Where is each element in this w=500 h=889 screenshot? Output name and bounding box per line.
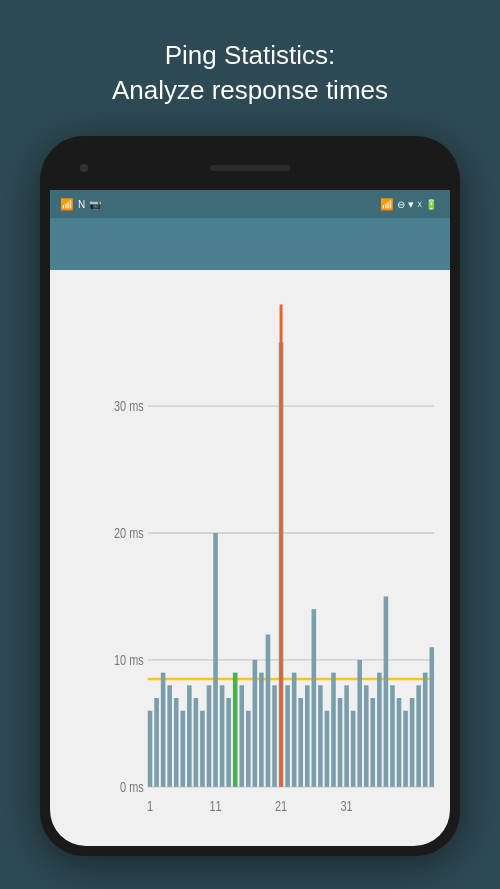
svg-rect-24 xyxy=(246,711,251,787)
svg-text:31: 31 xyxy=(341,797,353,814)
svg-rect-49 xyxy=(410,698,415,787)
svg-rect-47 xyxy=(397,698,402,787)
wifi-icon: 📶 xyxy=(60,198,74,211)
svg-rect-12 xyxy=(167,686,172,788)
svg-rect-9 xyxy=(148,711,153,787)
svg-rect-26 xyxy=(259,673,264,787)
app-bar xyxy=(50,218,450,270)
svg-text:21: 21 xyxy=(275,797,287,814)
svg-rect-21 xyxy=(226,698,231,787)
svg-rect-15 xyxy=(187,686,192,788)
svg-text:11: 11 xyxy=(209,797,221,814)
svg-rect-45 xyxy=(384,597,389,787)
svg-rect-31 xyxy=(292,673,297,787)
svg-rect-27 xyxy=(266,635,271,787)
svg-rect-17 xyxy=(200,711,205,787)
status-icons-right: 📶 ⊖ ▾ ☓ 🔋 xyxy=(380,198,440,211)
svg-rect-40 xyxy=(351,711,356,787)
svg-rect-51 xyxy=(423,673,428,787)
vpn-icon: N xyxy=(78,199,85,210)
svg-text:1: 1 xyxy=(147,797,153,814)
svg-rect-52 xyxy=(429,647,434,787)
bluetooth-icon: 📶 xyxy=(380,198,394,211)
signal-x-icon: ☓ xyxy=(417,199,422,210)
svg-rect-20 xyxy=(220,686,225,788)
svg-text:0 ms: 0 ms xyxy=(120,779,144,796)
camera-dot xyxy=(80,164,88,172)
svg-text:30 ms: 30 ms xyxy=(114,398,144,415)
svg-rect-11 xyxy=(161,673,166,787)
svg-rect-32 xyxy=(298,698,303,787)
phone-device: 📶 N 📷 📶 ⊖ ▾ ☓ 🔋 30 ms20 ms10 ms0 ms xyxy=(40,136,460,856)
svg-rect-43 xyxy=(371,698,376,787)
svg-rect-18 xyxy=(207,686,212,788)
speaker-bar xyxy=(210,165,290,171)
svg-rect-46 xyxy=(390,686,395,788)
ping-chart: 30 ms20 ms10 ms0 ms1112131 xyxy=(104,286,442,816)
svg-rect-35 xyxy=(318,686,323,788)
status-icons-left: 📶 N 📷 xyxy=(60,198,380,211)
svg-rect-30 xyxy=(285,686,290,788)
svg-rect-44 xyxy=(377,673,382,787)
battery-icon: 🔋 xyxy=(425,199,437,210)
svg-rect-33 xyxy=(305,686,310,788)
svg-rect-10 xyxy=(154,698,159,787)
svg-rect-38 xyxy=(338,698,343,787)
svg-rect-41 xyxy=(357,660,362,787)
phone-top-bar xyxy=(50,146,450,190)
svg-text:20 ms: 20 ms xyxy=(114,525,144,542)
svg-rect-42 xyxy=(364,686,369,788)
svg-text:10 ms: 10 ms xyxy=(114,652,144,669)
wifi-status-icon: ▾ xyxy=(408,198,414,211)
svg-rect-50 xyxy=(416,686,421,788)
svg-rect-19 xyxy=(213,533,218,787)
svg-rect-28 xyxy=(272,686,277,788)
svg-rect-13 xyxy=(174,698,179,787)
page-title: Ping Statistics: Analyze response times xyxy=(72,0,428,136)
screenshot-icon: 📷 xyxy=(89,199,101,210)
svg-rect-48 xyxy=(403,711,408,787)
svg-rect-34 xyxy=(312,609,317,787)
svg-rect-36 xyxy=(325,711,330,787)
svg-rect-16 xyxy=(194,698,199,787)
svg-rect-25 xyxy=(253,660,258,787)
svg-rect-37 xyxy=(331,673,336,787)
status-bar: 📶 N 📷 📶 ⊖ ▾ ☓ 🔋 xyxy=(50,190,450,218)
chart-area: 30 ms20 ms10 ms0 ms1112131 xyxy=(50,270,450,846)
svg-rect-39 xyxy=(344,686,349,788)
dnd-icon: ⊖ xyxy=(397,199,405,210)
svg-rect-23 xyxy=(239,686,244,788)
svg-rect-14 xyxy=(181,711,186,787)
svg-rect-22 xyxy=(233,673,238,787)
